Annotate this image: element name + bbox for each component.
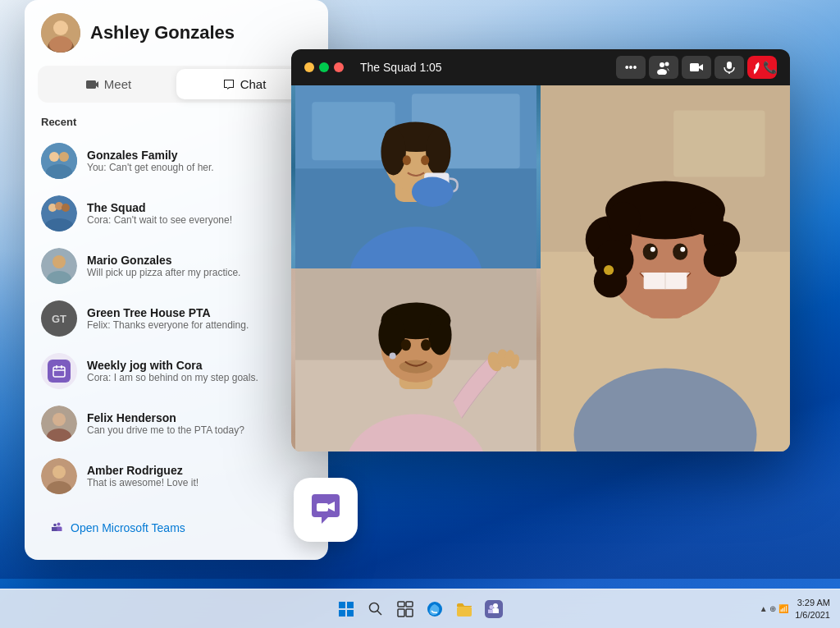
svg-rect-16 xyxy=(53,367,65,377)
svg-rect-91 xyxy=(347,602,354,608)
svg-point-67 xyxy=(673,244,687,260)
contact-name: Felix Henderson xyxy=(87,411,312,424)
participant-cell-3 xyxy=(291,268,541,452)
taskbar-center xyxy=(333,596,507,622)
edge-browser-button[interactable] xyxy=(422,596,448,622)
svg-point-78 xyxy=(378,314,404,357)
svg-rect-50 xyxy=(673,110,765,176)
contact-message: Can you drive me to the PTA today? xyxy=(87,424,312,436)
contact-info: Amber Rodriguez That is awesome! Love it… xyxy=(87,464,312,488)
svg-point-61 xyxy=(704,244,737,277)
svg-point-69 xyxy=(680,247,685,252)
svg-point-45 xyxy=(421,155,429,165)
svg-point-81 xyxy=(401,339,411,351)
user-avatar xyxy=(41,13,80,53)
svg-point-14 xyxy=(52,255,66,268)
tabs-row: Meet Chat xyxy=(38,66,315,103)
svg-point-43 xyxy=(426,129,450,176)
contact-info: Weekly jog with Cora Cora: I am so behin… xyxy=(87,359,312,383)
chat-header: Ashley Gonzales xyxy=(25,0,328,66)
chat-panel: Ashley Gonzales Meet Chat Recent xyxy=(25,0,328,560)
end-call-button[interactable]: 📞 xyxy=(747,56,777,79)
avatar xyxy=(41,406,77,442)
list-item[interactable]: Mario Gonzales Will pick up pizza after … xyxy=(25,240,328,292)
svg-rect-96 xyxy=(398,602,404,607)
svg-point-66 xyxy=(643,244,658,260)
recent-label: Recent xyxy=(25,116,328,135)
user-name: Ashley Gonzales xyxy=(90,22,235,44)
svg-rect-30 xyxy=(690,63,699,71)
svg-point-42 xyxy=(381,129,405,176)
list-item[interactable]: The Squad Cora: Can't wait to see everyo… xyxy=(25,187,328,240)
list-item[interactable]: Gonzales Family You: Can't get enough of… xyxy=(25,135,328,187)
participant-cell-1 xyxy=(291,85,541,268)
svg-point-70 xyxy=(604,265,614,275)
contact-name: Weekly jog with Cora xyxy=(87,359,312,372)
avatar xyxy=(41,248,77,284)
avatar xyxy=(41,195,77,231)
svg-rect-90 xyxy=(339,602,345,608)
teams-taskbar-button[interactable] xyxy=(481,596,507,622)
taskbar-right: ▲ ⊕ 📶 3:29 AM 1/6/2021 xyxy=(760,597,830,621)
contact-message: Cora: Can't wait to see everyone! xyxy=(87,214,312,226)
svg-point-29 xyxy=(665,62,669,66)
teams-float-icon[interactable] xyxy=(294,478,358,542)
tab-meet[interactable]: Meet xyxy=(41,69,176,99)
svg-point-27 xyxy=(660,62,664,67)
svg-point-79 xyxy=(428,315,451,355)
list-item[interactable]: GT Green Tree House PTA Felix: Thanks ev… xyxy=(25,292,328,345)
avatar xyxy=(41,458,77,494)
svg-point-24 xyxy=(52,465,66,479)
svg-point-63 xyxy=(690,202,724,236)
svg-point-21 xyxy=(52,413,66,426)
contact-message: Felix: Thanks everyone for attending. xyxy=(87,319,312,331)
svg-rect-92 xyxy=(339,610,345,617)
calendar-icon xyxy=(48,360,71,383)
contact-info: The Squad Cora: Can't wait to see everyo… xyxy=(87,201,312,226)
svg-point-5 xyxy=(49,152,59,162)
participants-button[interactable] xyxy=(649,56,678,79)
video-grid xyxy=(291,85,790,452)
contact-list: Gonzales Family You: Can't get enough of… xyxy=(25,135,328,502)
minimize-button[interactable] xyxy=(304,62,314,72)
more-options-button[interactable]: ••• xyxy=(616,56,646,79)
maximize-button[interactable] xyxy=(319,62,329,72)
taskbar: ▲ ⊕ 📶 3:29 AM 1/6/2021 xyxy=(0,589,840,628)
contact-info: Felix Henderson Can you drive me to the … xyxy=(87,411,312,436)
svg-point-11 xyxy=(62,204,70,212)
svg-point-1 xyxy=(53,21,68,35)
svg-rect-99 xyxy=(406,609,413,617)
call-title: The Squad 1:05 xyxy=(360,61,606,74)
avatar: GT xyxy=(41,300,77,337)
open-teams-button[interactable]: Open Microsoft Teams xyxy=(41,512,194,543)
svg-point-82 xyxy=(421,339,431,351)
list-item[interactable]: Weekly jog with Cora Cora: I am so behin… xyxy=(25,345,328,397)
svg-line-95 xyxy=(377,611,381,615)
contact-message: Will pick up pizza after my practice. xyxy=(87,267,312,278)
close-button[interactable] xyxy=(334,62,344,72)
search-taskbar-button[interactable] xyxy=(363,596,389,622)
task-view-button[interactable] xyxy=(392,596,418,622)
contact-message: That is awesome! Love it! xyxy=(87,477,312,488)
svg-point-62 xyxy=(607,202,641,236)
participant-cell-main xyxy=(541,85,790,452)
svg-rect-97 xyxy=(406,602,413,607)
camera-button[interactable] xyxy=(682,56,711,79)
list-item[interactable]: Amber Rodriguez That is awesome! Love it… xyxy=(25,450,328,502)
svg-point-44 xyxy=(403,155,411,165)
contact-name: Green Tree House PTA xyxy=(87,306,312,319)
svg-rect-98 xyxy=(398,609,404,617)
avatar xyxy=(41,353,77,389)
call-controls: ••• xyxy=(616,56,777,79)
taskbar-clock: 3:29 AM 1/6/2021 xyxy=(795,597,830,621)
contact-name: Gonzales Family xyxy=(87,149,312,162)
file-explorer-button[interactable] xyxy=(451,596,477,622)
contact-info: Green Tree House PTA Felix: Thanks every… xyxy=(87,306,312,331)
open-teams-label: Open Microsoft Teams xyxy=(71,521,185,534)
mic-button[interactable] xyxy=(714,56,744,79)
contact-info: Gonzales Family You: Can't get enough of… xyxy=(87,149,312,173)
start-button[interactable] xyxy=(333,596,359,622)
contact-info: Mario Gonzales Will pick up pizza after … xyxy=(87,254,312,278)
list-item[interactable]: Felix Henderson Can you drive me to the … xyxy=(25,397,328,450)
avatar xyxy=(41,143,77,179)
